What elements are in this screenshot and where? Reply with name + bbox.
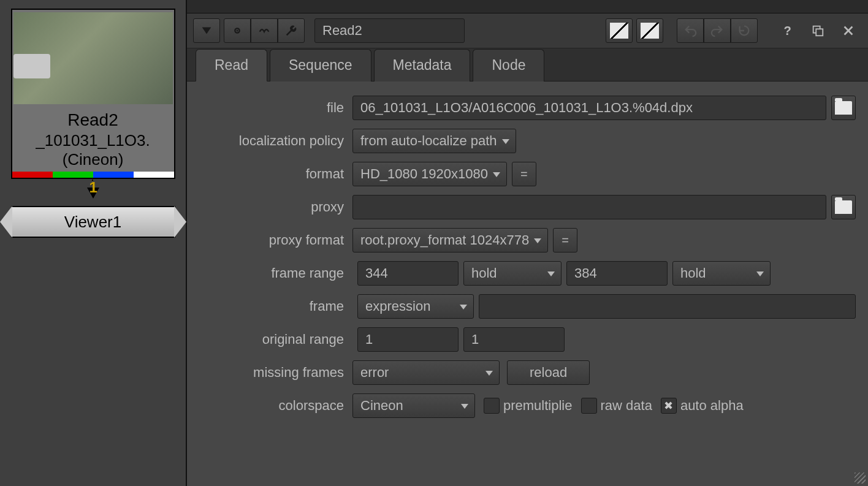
resize-grip[interactable] [855, 473, 866, 484]
tab-read[interactable]: Read [196, 49, 267, 82]
auto-alpha-checkbox[interactable]: ✖ [661, 398, 677, 414]
first-frame-input[interactable]: 344 [357, 261, 459, 286]
tab-node[interactable]: Node [473, 49, 544, 82]
form-body: file 06_101031_L1O3/A016C006_101031_L1O3… [187, 82, 868, 486]
mask-input-b-button[interactable] [636, 18, 663, 43]
tabs: Read Sequence Metadata Node [187, 48, 868, 82]
undo-button[interactable] [677, 18, 704, 43]
folder-icon [835, 200, 852, 214]
format-dropdown[interactable]: HD_1080 1920x1080 [352, 162, 507, 186]
label-format: format [199, 166, 352, 182]
premultiplied-checkbox[interactable] [484, 398, 500, 414]
proxy-format-dropdown[interactable]: root.proxy_format 1024x778 [352, 228, 548, 252]
help-icon[interactable]: ? [774, 18, 801, 43]
file-input[interactable]: 06_101031_L1O3/A016C006_101031_L1O3.%04d… [352, 96, 826, 120]
properties-toolbar: Read2 ? [187, 13, 868, 48]
file-browse-button[interactable] [831, 96, 856, 120]
original-last-input[interactable]: 1 [463, 327, 565, 352]
channel-strip [12, 172, 174, 178]
raw-data-checkbox[interactable] [581, 398, 597, 414]
node-read[interactable]: Read2 _101031_L1O3. (Cineon) [11, 9, 175, 179]
last-frame-input[interactable]: 384 [566, 261, 668, 286]
missing-frames-dropdown[interactable]: error [352, 360, 500, 385]
revert-button[interactable] [731, 18, 758, 43]
reload-button[interactable]: reload [507, 360, 590, 385]
label-auto-alpha: auto alpha [680, 398, 744, 414]
frame-expression-input[interactable] [479, 294, 856, 319]
properties-panel: Read2 ? Read Sequence Metadata Node file… [186, 0, 868, 486]
label-raw-data: raw data [601, 398, 652, 414]
label-proxy-format: proxy format [199, 232, 352, 248]
label-file: file [199, 100, 352, 116]
node-viewer-label: Viewer1 [64, 213, 121, 232]
mask-input-a-button[interactable] [606, 18, 633, 43]
tab-metadata[interactable]: Metadata [374, 49, 471, 82]
label-localization-policy: localization policy [199, 133, 352, 149]
redo-button[interactable] [704, 18, 731, 43]
node-viewer[interactable]: Viewer1 [11, 206, 175, 238]
label-original-range: original range [199, 332, 352, 347]
center-node-button[interactable] [224, 18, 251, 43]
colorspace-dropdown[interactable]: Cineon [352, 393, 475, 418]
label-frame: frame [199, 298, 352, 314]
localization-policy-dropdown[interactable]: from auto-localize path [352, 129, 516, 153]
original-first-input[interactable]: 1 [357, 327, 459, 352]
svg-point-1 [237, 30, 238, 32]
wrench-icon[interactable] [278, 18, 305, 43]
after-dropdown[interactable]: hold [672, 261, 771, 286]
label-frame-range: frame range [199, 265, 352, 281]
collapse-button[interactable] [193, 18, 220, 43]
node-name-input[interactable]: Read2 [314, 18, 465, 43]
node-title: Read2 [67, 110, 118, 130]
proxy-format-equals-button[interactable]: = [553, 228, 577, 252]
label-colorspace: colorspace [199, 398, 352, 414]
format-equals-button[interactable]: = [512, 162, 536, 186]
proxy-input[interactable] [352, 195, 826, 219]
node-colorspace: (Cineon) [63, 150, 124, 169]
before-dropdown[interactable]: hold [463, 261, 562, 286]
frame-mode-dropdown[interactable]: expression [357, 294, 474, 319]
label-premultiplied: premultiplie [503, 398, 573, 414]
show-in-viewer-button[interactable] [251, 18, 278, 43]
node-graph-panel[interactable]: Read2 _101031_L1O3. (Cineon) ⋮ 1 Viewer1 [0, 0, 186, 486]
node-connection: ⋮ 1 [87, 181, 99, 199]
proxy-browse-button[interactable] [831, 195, 856, 219]
label-proxy: proxy [199, 199, 352, 215]
panel-titlebar[interactable] [187, 0, 868, 13]
node-thumbnail [13, 12, 173, 104]
svg-rect-4 [816, 29, 823, 36]
svg-text:?: ? [784, 24, 791, 37]
float-panel-icon[interactable] [804, 18, 831, 43]
folder-icon [835, 101, 852, 115]
node-filename: _101031_L1O3. [36, 131, 150, 150]
close-panel-icon[interactable] [835, 18, 862, 43]
tab-sequence[interactable]: Sequence [270, 49, 371, 82]
label-missing-frames: missing frames [199, 365, 352, 381]
